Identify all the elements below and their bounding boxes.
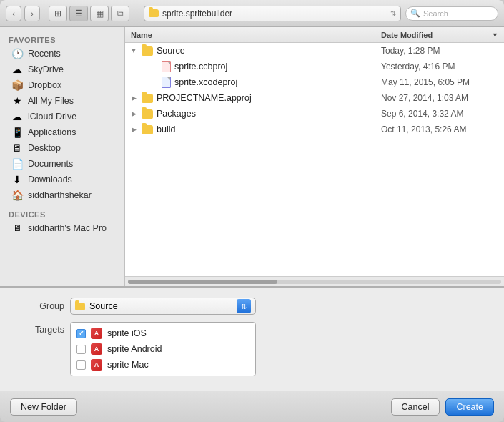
sidebar-item-home[interactable]: 🏠 siddharthshekar [3, 187, 122, 203]
sidebar-item-documents[interactable]: 📄 Documents [3, 156, 122, 172]
location-arrow: ⇅ [390, 9, 396, 17]
group-label: Group [14, 301, 64, 311]
sidebar-item-label: Desktop [28, 143, 61, 153]
sidebar: Favorites 🕐 Recents ☁ SkyDrive 📦 Dropbox… [0, 27, 125, 286]
dropbox-icon: 📦 [11, 79, 23, 91]
file-name: sprite.ccbproj [174, 62, 227, 72]
list-view-button[interactable]: ☰ [69, 6, 88, 21]
target-row[interactable]: A sprite Mac [71, 357, 255, 373]
col-date[interactable]: Date Modified ▼ [375, 31, 504, 39]
footer: New Folder Cancel Create [0, 391, 504, 422]
scrollbar-track[interactable] [128, 280, 501, 284]
recents-icon: 🕐 [11, 48, 23, 59]
search-box[interactable]: 🔍 Search [405, 6, 498, 21]
file-row-name: Source [125, 46, 375, 56]
file-date: Yesterday, 4:16 PM [375, 62, 504, 72]
table-row[interactable]: PROJECTNAME.approj Nov 27, 2014, 1:03 AM [125, 90, 504, 106]
sidebar-item-mac-pro[interactable]: 🖥 siddharth's Mac Pro [3, 220, 122, 236]
footer-btn-group: Cancel Create [391, 398, 494, 416]
target-checkbox-2[interactable] [76, 360, 86, 370]
file-row-name: Packages [125, 109, 375, 119]
cancel-button[interactable]: Cancel [391, 398, 440, 416]
search-icon: 🔍 [410, 9, 420, 18]
icloud-icon: ☁ [11, 111, 23, 122]
file-name: PROJECTNAME.approj [157, 93, 252, 103]
skydrive-icon: ☁ [11, 64, 23, 75]
file-list-header: Name Date Modified ▼ [125, 27, 504, 43]
file-name: Source [157, 46, 185, 56]
scrollbar-area [125, 276, 504, 286]
sidebar-item-label: Dropbox [28, 80, 61, 90]
desktop-icon: 🖥 [11, 142, 23, 154]
documents-icon: 📄 [11, 158, 23, 170]
sidebar-item-label: siddharth's Mac Pro [28, 223, 107, 233]
file-date: May 11, 2015, 6:05 PM [375, 77, 504, 87]
main-area: Favorites 🕐 Recents ☁ SkyDrive 📦 Dropbox… [0, 27, 504, 286]
sidebar-item-desktop[interactable]: 🖥 Desktop [3, 140, 122, 156]
sidebar-item-icloud-drive[interactable]: ☁ iCloud Drive [3, 109, 122, 124]
dropdown-arrow-button[interactable]: ⇅ [237, 299, 251, 313]
forward-button[interactable]: › [24, 6, 40, 21]
table-row[interactable]: build Oct 11, 2013, 5:26 AM [125, 122, 504, 137]
scrollbar-thumb[interactable] [128, 280, 277, 284]
sidebar-item-recents[interactable]: 🕐 Recents [3, 46, 122, 62]
target-row[interactable]: A sprite iOS [71, 325, 255, 341]
target-label-0: sprite iOS [107, 328, 147, 338]
title-bar: ‹ › ⊞ ☰ ▦ ⧉ sprite.spritebuilder ⇅ 🔍 Sea… [0, 0, 504, 27]
sidebar-item-label: iCloud Drive [28, 112, 76, 122]
location-bar[interactable]: sprite.spritebuilder ⇅ [144, 6, 401, 21]
disclosure-arrow[interactable] [129, 109, 138, 118]
sidebar-item-applications[interactable]: 📱 Applications [3, 124, 122, 140]
favorites-label: Favorites [0, 33, 124, 46]
target-checkbox-1[interactable] [76, 345, 86, 354]
sidebar-item-label: Recents [28, 49, 61, 59]
folder-icon [142, 109, 153, 119]
all-my-files-icon: ★ [11, 95, 23, 107]
file-name: sprite.xcodeproj [174, 77, 237, 87]
folder-icon [149, 9, 159, 17]
targets-list: A sprite iOS A sprite Android A sprite M… [70, 322, 256, 376]
file-date: Sep 6, 2014, 3:32 AM [375, 109, 504, 119]
cover-flow-button[interactable]: ⧉ [111, 6, 129, 21]
sidebar-item-dropbox[interactable]: 📦 Dropbox [3, 77, 122, 93]
target-row[interactable]: A sprite Android [71, 341, 255, 357]
target-icon-1: A [91, 343, 102, 355]
target-label-1: sprite Android [107, 344, 162, 354]
sidebar-item-all-my-files[interactable]: ★ All My Files [3, 93, 122, 109]
disclosure-arrow[interactable] [129, 46, 138, 55]
target-label-2: sprite Mac [107, 360, 149, 370]
folder-icon [142, 94, 153, 103]
group-value: Source [89, 301, 118, 311]
target-checkbox-0[interactable] [76, 329, 86, 338]
sidebar-item-skydrive[interactable]: ☁ SkyDrive [3, 62, 122, 77]
target-icon-0: A [91, 328, 102, 339]
new-folder-button[interactable]: New Folder [10, 398, 77, 416]
table-row[interactable]: Packages Sep 6, 2014, 3:32 AM [125, 106, 504, 122]
sidebar-item-downloads[interactable]: ⬇ Downloads [3, 172, 122, 187]
location-text: sprite.spritebuilder [162, 9, 232, 19]
create-button[interactable]: Create [445, 398, 494, 416]
table-row[interactable]: sprite.ccbproj Yesterday, 4:16 PM [125, 59, 504, 74]
target-icon-2: A [91, 359, 102, 371]
applications-icon: 📱 [11, 127, 23, 138]
col-name[interactable]: Name [125, 31, 375, 39]
sidebar-item-label: All My Files [28, 96, 74, 106]
table-row[interactable]: sprite.xcodeproj May 11, 2015, 6:05 PM [125, 74, 504, 90]
downloads-icon: ⬇ [11, 174, 23, 185]
group-dropdown[interactable]: Source ⇅ [70, 298, 256, 315]
sidebar-item-label: SkyDrive [28, 64, 64, 74]
disclosure-arrow[interactable] [129, 125, 138, 134]
disclosure-arrow[interactable] [129, 94, 138, 102]
doc-icon [162, 77, 171, 88]
folder-icon [142, 46, 153, 56]
nav-buttons: ‹ › [6, 6, 40, 21]
file-list: Source Today, 1:28 PM sprite.ccbproj Yes… [125, 43, 504, 276]
file-date: Nov 27, 2014, 1:03 AM [375, 93, 504, 103]
sidebar-item-label: Downloads [28, 175, 72, 185]
sidebar-item-label: Applications [28, 127, 76, 137]
icon-view-button[interactable]: ⊞ [49, 6, 67, 21]
back-button[interactable]: ‹ [6, 6, 21, 21]
table-row[interactable]: Source Today, 1:28 PM [125, 43, 504, 59]
column-view-button[interactable]: ▦ [90, 6, 109, 21]
file-name: build [157, 124, 175, 134]
